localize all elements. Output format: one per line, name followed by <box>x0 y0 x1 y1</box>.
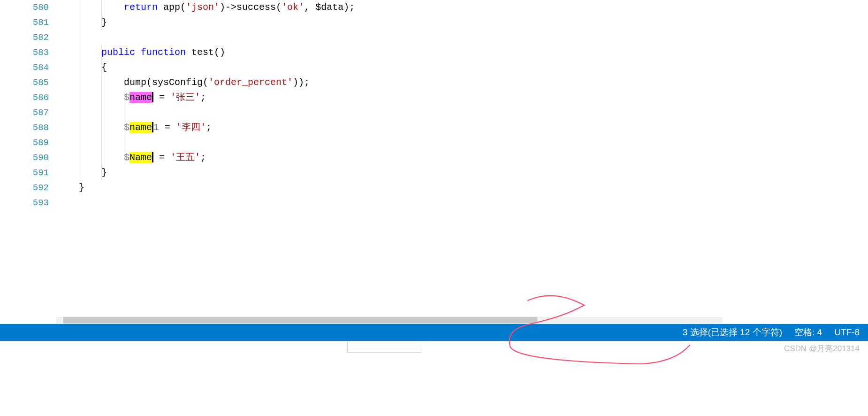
code-token: name <box>129 122 152 133</box>
code-token: = <box>153 92 170 103</box>
code-token: Name <box>129 152 152 163</box>
line-number[interactable]: 581 <box>9 15 49 30</box>
line-number[interactable]: 584 <box>9 60 49 75</box>
line-number[interactable]: 593 <box>9 195 49 210</box>
code-token: , $data); <box>304 2 355 13</box>
code-token: public <box>101 47 135 58</box>
indent-guide <box>124 0 124 15</box>
status-bar: 3 选择(已选择 12 个字符) 空格: 4 UTF-8 <box>0 324 868 341</box>
indent-guide <box>101 135 102 150</box>
code-token: )); <box>293 77 310 88</box>
indent-guide <box>101 120 102 135</box>
line-number[interactable]: 582 <box>9 30 49 45</box>
indent-guide <box>101 150 102 165</box>
code-line[interactable] <box>56 195 868 210</box>
status-selection[interactable]: 3 选择(已选择 12 个字符) <box>683 326 782 339</box>
code-token: { <box>56 62 107 73</box>
line-number[interactable]: 591 <box>9 165 49 180</box>
code-line[interactable]: } <box>56 180 868 195</box>
indent-guide <box>101 15 102 30</box>
line-number[interactable]: 589 <box>9 135 49 150</box>
code-token: ; <box>206 122 212 133</box>
line-number[interactable]: 587 <box>9 105 49 120</box>
indent-guide <box>101 75 102 90</box>
indent-guide <box>79 75 79 90</box>
code-line[interactable]: $Name = '王五'; <box>56 150 868 165</box>
code-line[interactable] <box>56 135 868 150</box>
line-number[interactable]: 592 <box>9 180 49 195</box>
horizontal-scrollbar-thumb[interactable] <box>63 317 537 324</box>
indent-guide <box>79 165 79 180</box>
code-line[interactable]: $name = '张三'; <box>56 90 868 105</box>
line-number[interactable]: 583 <box>9 45 49 60</box>
code-token: test() <box>186 47 225 58</box>
code-token: app( <box>158 2 186 13</box>
code-line[interactable]: } <box>56 165 868 180</box>
code-token: )->success( <box>220 2 282 13</box>
line-number[interactable]: 588 <box>9 120 49 135</box>
panel-area <box>0 341 868 416</box>
code-token <box>135 47 141 58</box>
indent-guide <box>79 120 79 135</box>
line-number[interactable]: 585 <box>9 75 49 90</box>
code-token <box>56 122 124 133</box>
code-line[interactable]: return app('json')->success('ok', $data)… <box>56 0 868 15</box>
indent-guide <box>101 0 102 15</box>
code-line[interactable]: public function test() <box>56 45 868 60</box>
code-token: 'order_percent' <box>208 77 293 88</box>
status-indent[interactable]: 空格: 4 <box>794 326 822 339</box>
line-number[interactable]: 590 <box>9 150 49 165</box>
indent-guide <box>124 135 124 150</box>
indent-guide <box>79 150 79 165</box>
indent-guide <box>79 135 79 150</box>
code-token: 'ok' <box>282 2 304 13</box>
horizontal-scrollbar-track[interactable] <box>56 317 723 324</box>
indent-guide <box>79 15 79 30</box>
code-token <box>56 92 124 103</box>
code-token <box>56 152 124 163</box>
status-encoding[interactable]: UTF-8 <box>834 327 860 338</box>
indent-guide <box>124 105 124 120</box>
code-token: } <box>56 182 84 193</box>
code-token: 1 <box>153 122 159 133</box>
indent-guide <box>101 45 102 60</box>
indent-guide <box>79 45 79 60</box>
line-number[interactable]: 580 <box>9 0 49 15</box>
code-token: function <box>141 47 186 58</box>
code-line[interactable]: dump(sysConfig('order_percent')); <box>56 75 868 90</box>
indent-guide <box>101 105 102 120</box>
code-token: $ <box>124 152 129 163</box>
indent-guide <box>79 0 79 15</box>
indent-guide <box>79 90 79 105</box>
code-token: '王五' <box>170 152 200 163</box>
code-line[interactable]: { <box>56 60 868 75</box>
code-area[interactable]: return app('json')->success('ok', $data)… <box>56 0 868 317</box>
code-line[interactable]: } <box>56 15 868 30</box>
editor-left-margin <box>0 0 9 317</box>
code-token <box>56 2 124 13</box>
indent-guide <box>124 90 124 105</box>
code-line[interactable] <box>56 30 868 45</box>
indent-guide <box>79 60 79 75</box>
editor-container: 5805815825835845855865875885895905915925… <box>0 0 868 317</box>
line-number-gutter[interactable]: 5805815825835845855865875885895905915925… <box>9 0 56 317</box>
code-token: = <box>159 122 176 133</box>
code-token: name <box>129 92 152 103</box>
code-line[interactable] <box>56 105 868 120</box>
indent-guide <box>101 60 102 75</box>
indent-guide <box>79 105 79 120</box>
panel-tab[interactable] <box>347 341 422 353</box>
indent-guide <box>101 90 102 105</box>
code-token: ; <box>200 152 206 163</box>
code-token: '张三' <box>170 92 200 103</box>
indent-guide <box>79 180 79 195</box>
code-token: ; <box>200 92 206 103</box>
code-token: } <box>56 167 107 178</box>
line-number[interactable]: 586 <box>9 90 49 105</box>
code-line[interactable]: $name1 = '李四'; <box>56 120 868 135</box>
indent-guide <box>79 30 79 45</box>
indent-guide <box>124 120 124 135</box>
watermark-text: CSDN @月亮201314 <box>784 343 860 354</box>
indent-guide <box>124 150 124 165</box>
code-token: = <box>153 152 170 163</box>
